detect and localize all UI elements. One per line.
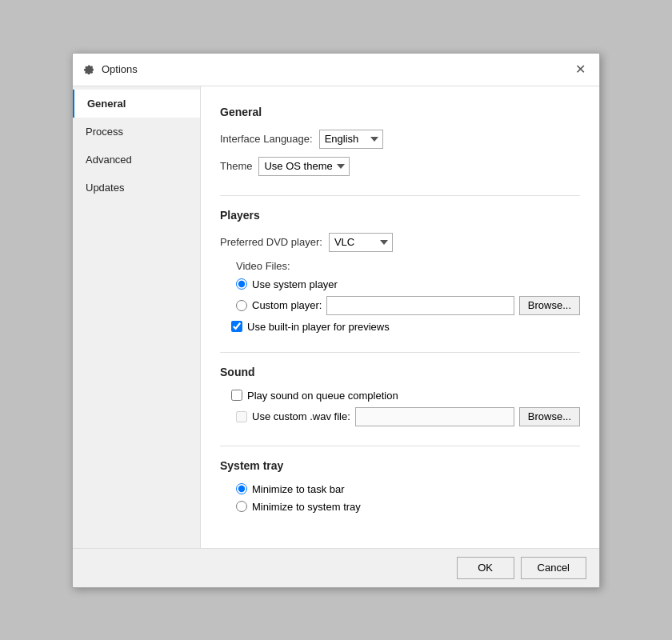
custom-wav-browse-button[interactable]: Browse...	[519, 407, 580, 426]
dialog-body: General Process Advanced Updates General…	[73, 86, 599, 548]
theme-label: Theme	[220, 160, 252, 172]
use-system-player-row: Use system player	[236, 278, 580, 290]
custom-wav-input[interactable]	[355, 407, 514, 426]
ok-button[interactable]: OK	[457, 557, 514, 579]
interface-language-row: Interface Language: EnglishFrenchGerman	[220, 130, 580, 149]
general-section: General Interface Language: EnglishFrenc…	[220, 106, 580, 176]
system-tray-section-title: System tray	[220, 459, 580, 472]
dvd-player-select[interactable]: VLCMPCSystem	[329, 233, 393, 252]
sidebar-item-process[interactable]: Process	[73, 118, 200, 146]
custom-player-radio[interactable]	[236, 300, 247, 311]
use-custom-wav-label: Use custom .wav file:	[252, 410, 350, 422]
dialog-title: Options	[102, 63, 138, 75]
system-tray-section: System tray Minimize to task bar Minimiz…	[220, 459, 580, 513]
sound-section: Sound Play sound on queue completion Use…	[220, 366, 580, 426]
dvd-player-label: Preferred DVD player:	[220, 236, 322, 248]
players-section: Players Preferred DVD player: VLCMPCSyst…	[220, 209, 580, 333]
play-sound-checkbox[interactable]	[231, 390, 242, 401]
use-custom-wav-checkbox[interactable]	[236, 411, 247, 422]
theme-select[interactable]: Use OS themeLightDark	[258, 157, 350, 176]
custom-player-browse-button[interactable]: Browse...	[519, 296, 580, 315]
custom-wav-row: Use custom .wav file: Browse...	[236, 407, 580, 426]
sidebar-item-general[interactable]: General	[73, 90, 200, 118]
gear-icon	[82, 63, 95, 76]
minimize-taskbar-label: Minimize to task bar	[252, 483, 345, 495]
options-dialog: Options ✕ General Process Advanced Updat…	[72, 53, 600, 588]
title-bar-left: Options	[82, 63, 138, 76]
main-content: General Interface Language: EnglishFrenc…	[201, 86, 599, 548]
minimize-taskbar-radio[interactable]	[236, 483, 247, 494]
minimize-tray-label: Minimize to system tray	[252, 501, 361, 513]
custom-player-input[interactable]	[326, 296, 514, 315]
interface-language-select[interactable]: EnglishFrenchGerman	[319, 130, 383, 149]
use-builtin-player-label: Use built-in player for previews	[247, 321, 390, 333]
players-section-title: Players	[220, 209, 580, 222]
general-section-title: General	[220, 106, 580, 118]
builtin-player-row: Use built-in player for previews	[231, 321, 580, 333]
divider-3	[220, 446, 580, 446]
divider-2	[220, 352, 580, 353]
play-sound-row: Play sound on queue completion	[231, 390, 580, 402]
close-button[interactable]: ✕	[570, 60, 590, 79]
minimize-tray-row: Minimize to system tray	[236, 501, 580, 513]
cancel-button[interactable]: Cancel	[521, 557, 586, 579]
minimize-taskbar-row: Minimize to task bar	[236, 483, 580, 495]
custom-player-label: Custom player:	[252, 299, 322, 311]
interface-language-label: Interface Language:	[220, 133, 313, 145]
sidebar-item-advanced[interactable]: Advanced	[73, 146, 200, 174]
sidebar: General Process Advanced Updates	[73, 86, 201, 548]
minimize-tray-radio[interactable]	[236, 501, 247, 512]
use-builtin-player-checkbox[interactable]	[231, 321, 242, 332]
title-bar: Options ✕	[73, 54, 599, 86]
dialog-footer: OK Cancel	[73, 548, 599, 587]
use-system-player-radio[interactable]	[236, 278, 247, 290]
dvd-player-row: Preferred DVD player: VLCMPCSystem	[220, 233, 580, 252]
sidebar-item-updates[interactable]: Updates	[73, 174, 200, 202]
video-files-label: Video Files:	[236, 260, 580, 272]
use-system-player-label: Use system player	[252, 278, 338, 290]
theme-row: Theme Use OS themeLightDark	[220, 157, 580, 176]
divider-1	[220, 195, 580, 196]
custom-player-row: Custom player: Browse...	[236, 296, 580, 315]
sound-section-title: Sound	[220, 366, 580, 378]
play-sound-label: Play sound on queue completion	[247, 390, 398, 402]
